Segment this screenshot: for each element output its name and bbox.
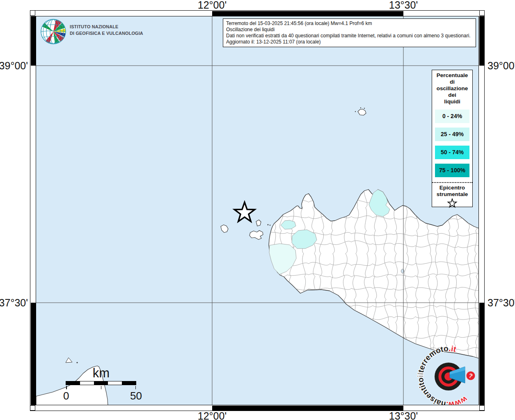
- legend-class-0-24: 0 - 24%: [435, 110, 469, 123]
- ingv-logo: ISTITUTO NAZIONALE DI GEOFISICA E VULCAN…: [40, 18, 213, 45]
- event-data-note-line: Dati non verificati estratti da 40 quest…: [226, 33, 473, 39]
- axis-label-right-upper: 39°00': [488, 60, 515, 72]
- legend-class-50-74: 50 - 74%: [435, 146, 469, 159]
- frame-band-right-lower: [479, 303, 485, 405]
- scale-bar-segments: 0 50: [66, 381, 136, 385]
- legend-star-icon: [446, 198, 458, 209]
- frame-band-left-lower: [31, 303, 36, 405]
- axis-label-right-lower: 37°30': [488, 297, 515, 309]
- legend-box: Percentuale di oscillazione dei liquidi …: [432, 70, 473, 207]
- legend-epicenter-label: Epicentro strumentale: [432, 185, 472, 197]
- frame-corner: [479, 405, 485, 411]
- frame-band-top: [212, 11, 403, 16]
- event-info-box: Terremoto del 15-03-2025 21:45:56 (ora l…: [223, 18, 476, 47]
- axis-label-left-lower: 37°30': [0, 297, 28, 309]
- event-updated-line: Aggiornato il: 13-12-2025 11:07 (ora loc…: [226, 39, 473, 45]
- map-frame-inner: [36, 16, 479, 405]
- frame-band-right-upper: [479, 16, 485, 66]
- legend-title: Percentuale di oscillazione dei liquidi: [432, 72, 472, 105]
- scale-bar-start: 0: [63, 390, 69, 402]
- frame-corner: [479, 10, 485, 16]
- frame-band-left-upper: [31, 16, 36, 66]
- legend-class-75-100: 75 - 100%: [435, 164, 469, 177]
- macroseismic-map-page: { "axis": { "meridians": ["12°00'", "13°…: [0, 0, 515, 420]
- axis-label-left-upper: 39°00': [0, 60, 28, 72]
- ingv-institute-name: ISTITUTO NAZIONALE DI GEOFISICA E VULCAN…: [70, 24, 143, 37]
- frame-corner: [30, 10, 35, 16]
- event-summary-line: Terremoto del 15-03-2025 21:45:56 (ora l…: [226, 21, 473, 27]
- axis-label-top-right: 13°30': [377, 0, 430, 11]
- axis-label-top-left: 12°00': [185, 0, 239, 11]
- legend-class-25-49: 25 - 49%: [435, 128, 469, 141]
- scale-bar: km 0 50: [66, 366, 137, 385]
- axis-label-bottom-left: 12°00': [185, 410, 239, 420]
- scale-bar-end: 50: [130, 390, 142, 402]
- axis-label-bottom-right: 13°30': [377, 410, 430, 420]
- frame-band-bottom: [212, 406, 403, 411]
- frame-corner: [30, 405, 35, 411]
- ingv-globe-icon: [40, 18, 66, 45]
- event-effect-line: Oscillazione dei liquidi: [226, 27, 473, 33]
- scale-bar-unit: km: [66, 366, 137, 380]
- legend-divider: [432, 182, 472, 183]
